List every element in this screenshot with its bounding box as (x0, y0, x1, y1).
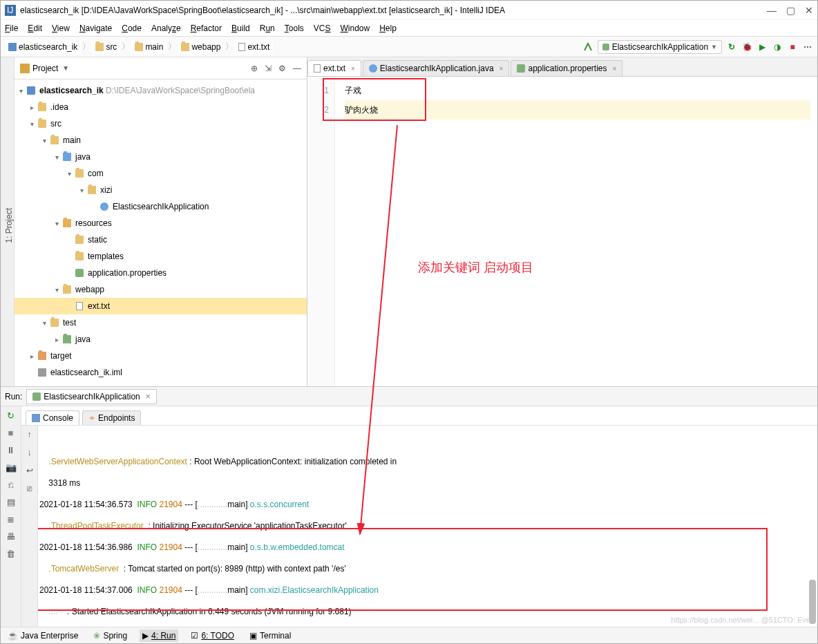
tree-com[interactable]: ▾com (15, 165, 307, 182)
tree-app-props[interactable]: ▸application.properties (15, 265, 307, 281)
tree-ext-txt[interactable]: ▸ext.txt (15, 298, 307, 314)
stop-icon[interactable]: ■ (8, 428, 14, 438)
more-icon[interactable]: ⋯ (802, 41, 813, 53)
menu-vcs[interactable]: VCS (314, 23, 331, 33)
crumb-project[interactable]: elasticsearch_ik (5, 40, 81, 54)
run-tab-app[interactable]: ElasticsearchIkApplication× (26, 389, 156, 404)
debug-icon[interactable]: 🐞 (741, 41, 752, 53)
scroll-icon[interactable]: ≣ (7, 514, 15, 524)
code-area[interactable]: 子戏 驴肉火烧 添加关键词 启动项目 (335, 77, 817, 386)
window-title: elasticsearch_ik [D:\IDEA\JavaWorkSpace\… (20, 6, 757, 15)
menu-analyze[interactable]: Analyze (151, 23, 181, 33)
menu-tools[interactable]: Tools (285, 23, 304, 33)
btab-run[interactable]: ▶4: Run (140, 629, 178, 642)
close-icon[interactable]: ✕ (805, 5, 813, 16)
crumb-src[interactable]: src (92, 40, 120, 54)
maximize-icon[interactable]: ▢ (786, 5, 795, 16)
tab-endpoints[interactable]: ⚭Endpoints (82, 410, 141, 425)
locate-icon[interactable]: ⊕ (251, 64, 258, 73)
menu-edit[interactable]: Edit (28, 23, 42, 33)
run-icon[interactable]: ▶ (757, 41, 768, 53)
tree-resources[interactable]: ▾resources (15, 215, 307, 231)
trash-icon[interactable]: 🗑 (6, 549, 15, 559)
run-config-select[interactable]: ElasticsearchIkApplication ▼ (598, 40, 722, 54)
rerun-icon[interactable]: ↻ (7, 410, 15, 421)
run-body: ↻ ■ ⏸ 📷 ⎌ ▤ ≣ 🖶 🗑 Console ⚭Endpoints ↑ (1, 406, 817, 627)
build-icon[interactable] (582, 41, 593, 53)
menu-build[interactable]: Build (231, 23, 250, 33)
close-icon[interactable]: × (146, 392, 151, 401)
console-toolbar: ↑ ↓ ↩ ⎚ (21, 426, 38, 627)
breadcrumb: elasticsearch_ik〉 src〉 main〉 webapp〉 ext… (5, 40, 580, 54)
tree-target[interactable]: ▸target (15, 348, 307, 364)
svg-rect-2 (20, 64, 30, 73)
btab-todo[interactable]: ☑6: TODO (188, 629, 237, 642)
layout-icon[interactable]: ▤ (7, 497, 15, 507)
strip-project[interactable]: 1: Project (4, 208, 14, 243)
tree-iml[interactable]: ▸elasticsearch_ik.iml (15, 364, 307, 381)
close-icon[interactable]: × (613, 65, 617, 73)
close-icon[interactable]: × (351, 65, 355, 73)
project-tree[interactable]: ▾elasticsearch_ik D:\IDEA\JavaWorkSpace\… (15, 79, 307, 386)
close-icon[interactable]: × (500, 65, 504, 73)
pause-icon[interactable]: ⏸ (6, 445, 15, 455)
menu-help[interactable]: Help (379, 23, 397, 33)
crumb-main[interactable]: main (131, 40, 167, 54)
minimize-icon[interactable]: — (767, 5, 777, 16)
run-label: Run: (5, 392, 22, 401)
expander-icon[interactable]: ▾ (16, 87, 26, 95)
print-icon[interactable]: 🖶 (6, 531, 15, 542)
menu-window[interactable]: Window (340, 23, 370, 33)
menu-code[interactable]: Code (122, 23, 142, 33)
project-panel-title[interactable]: Project ▼ (20, 64, 69, 73)
crumb-file[interactable]: ext.txt (235, 40, 273, 54)
tree-xizi[interactable]: ▾xizi (15, 182, 307, 198)
coverage-icon[interactable]: ◑ (772, 41, 783, 53)
wrap-icon[interactable]: ↩ (26, 466, 33, 475)
btab-terminal[interactable]: ▣Terminal (247, 629, 294, 642)
tree-webapp[interactable]: ▾webapp (15, 281, 307, 298)
tree-src[interactable]: ▾src (15, 115, 307, 132)
tab-ext-txt[interactable]: ext.txt× (307, 60, 361, 76)
tree-static[interactable]: ▸static (15, 231, 307, 248)
collapse-icon[interactable]: ⇲ (265, 64, 272, 73)
editor[interactable]: 1 2 子戏 驴肉火烧 添加关键词 启动项目 (307, 77, 817, 386)
menu-refactor[interactable]: Refactor (191, 23, 222, 33)
exit-icon[interactable]: ⎌ (8, 480, 14, 490)
rerun-icon[interactable]: ↻ (726, 41, 737, 53)
hide-icon[interactable]: — (293, 64, 301, 73)
tree-app-class[interactable]: ▸ElasticsearchIkApplication (15, 198, 307, 215)
toolbar-right: ElasticsearchIkApplication ▼ ↻ 🐞 ▶ ◑ ■ ⋯ (582, 40, 813, 54)
crumb-webapp[interactable]: webapp (178, 40, 224, 54)
menu-run[interactable]: Run (260, 23, 275, 33)
tab-app-java[interactable]: ElasticsearchIkApplication.java× (363, 60, 510, 76)
run-config-label: ElasticsearchIkApplication (612, 42, 708, 52)
project-panel-actions: ⊕ ⇲ ⚙ — (251, 64, 301, 73)
menubar: File Edit View Navigate Code Analyze Ref… (1, 20, 817, 37)
menu-file[interactable]: File (5, 23, 18, 33)
menu-view[interactable]: View (52, 23, 70, 33)
tree-templates[interactable]: ▸templates (15, 248, 307, 265)
tree-test[interactable]: ▾test (15, 314, 307, 331)
menu-navigate[interactable]: Navigate (79, 23, 112, 33)
gear-icon[interactable]: ⚙ (278, 64, 286, 73)
down-icon[interactable]: ↓ (28, 448, 32, 457)
annotation-text: 添加关键词 启动项目 (418, 258, 533, 277)
titlebar: IJ elasticsearch_ik [D:\IDEA\JavaWorkSpa… (1, 1, 817, 20)
photo-icon[interactable]: 📷 (6, 462, 17, 473)
filter-icon[interactable]: ⎚ (27, 484, 32, 493)
tree-test-java[interactable]: ▸java (15, 331, 307, 348)
stop-icon[interactable]: ■ (787, 41, 798, 53)
tree-main[interactable]: ▾main (15, 132, 307, 149)
props-icon (517, 64, 525, 73)
console[interactable]: .ServletWebServerApplicationContext : Ro… (38, 426, 817, 627)
project-icon (20, 64, 30, 73)
tree-idea[interactable]: ▸.idea (15, 99, 307, 115)
btab-spring[interactable]: ❀Spring (91, 629, 130, 642)
tab-app-props[interactable]: application.properties× (511, 60, 622, 76)
btab-jee[interactable]: ☕Java Enterprise (5, 629, 81, 642)
tree-root[interactable]: ▾elasticsearch_ik D:\IDEA\JavaWorkSpace\… (15, 82, 307, 99)
up-icon[interactable]: ↑ (28, 430, 32, 439)
tree-java[interactable]: ▾java (15, 149, 307, 165)
tab-console[interactable]: Console (26, 410, 79, 425)
